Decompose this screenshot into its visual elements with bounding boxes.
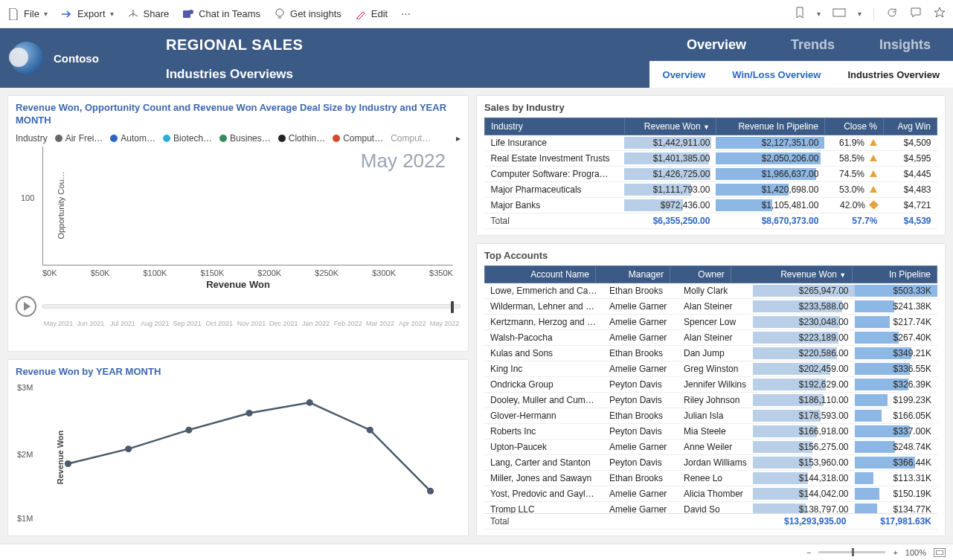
col-industry[interactable]: Industry — [485, 118, 625, 135]
legend-item[interactable]: Comput… — [391, 133, 431, 144]
chevron-down-icon: ▾ — [44, 10, 48, 18]
triangle-up-icon — [870, 186, 877, 193]
more-menu[interactable]: ⋯ — [401, 8, 411, 19]
table-row[interactable]: Major Pharmaceuticals $1,111,793.00 $1,4… — [485, 182, 937, 198]
timeline-slider[interactable] — [42, 304, 461, 309]
zoom-value: 100% — [905, 548, 926, 557]
table-row[interactable]: Kertzmann, Herzog and Gerhold Amelie Gar… — [484, 315, 937, 330]
sales-table: Industry Revenue Won ▼ Revenue In Pipeli… — [484, 118, 937, 229]
subtab-overview[interactable]: Overview — [649, 61, 719, 88]
accounts-total-row: Total $13,293,935.00 $17,981.63K — [484, 514, 937, 530]
legend-item[interactable]: Autom… — [110, 133, 155, 144]
line-chart[interactable]: Revenue Won $3M $2M $1M — [45, 383, 453, 532]
line-chart-title: Revenue Won by YEAR MONTH — [16, 366, 461, 379]
edit-label: Edit — [371, 8, 388, 19]
col-won[interactable]: Revenue Won ▼ — [624, 118, 716, 135]
sales-table-title: Sales by Industry — [484, 102, 937, 113]
scatter-plot[interactable]: Opportunity Cou… 100 May 2022 — [42, 147, 453, 265]
table-row[interactable]: Walsh-Pacocha Amelie Garner Alan Steiner… — [484, 330, 937, 346]
refresh-icon[interactable] — [886, 7, 898, 21]
insights-button[interactable]: Get insights — [274, 8, 341, 20]
tab-insights[interactable]: Insights — [857, 28, 953, 61]
subtab-industries[interactable]: Industries Overview — [834, 61, 953, 88]
tab-overview[interactable]: Overview — [664, 28, 769, 61]
table-row[interactable]: Dooley, Muller and Cummerata Peyton Davi… — [484, 393, 937, 408]
teams-button[interactable]: Chat in Teams — [182, 8, 260, 20]
table-row[interactable]: Yost, Predovic and Gaylord Amelie Garner… — [484, 486, 937, 502]
zoom-in-button[interactable]: + — [893, 548, 897, 557]
star-icon[interactable] — [934, 7, 946, 21]
col-pipe[interactable]: In Pipeline — [853, 266, 937, 283]
col-mgr[interactable]: Manager — [595, 266, 670, 283]
svg-point-6 — [185, 427, 192, 434]
table-row[interactable]: Major Banks $972,436.00 $1,105,481.00 42… — [485, 198, 937, 213]
scatter-watermark: May 2022 — [361, 149, 446, 173]
share-label: Share — [144, 8, 170, 19]
scatter-legend: Industry Air Frei… Autom… Biotech… Busin… — [16, 133, 461, 144]
chevron-down-icon[interactable]: ▾ — [858, 10, 861, 18]
col-name[interactable]: Account Name — [485, 266, 596, 283]
content: Revenue Won, Opportunity Count and Reven… — [0, 88, 953, 544]
bookmark-icon[interactable] — [795, 7, 805, 21]
table-row[interactable]: Lang, Carter and Stanton Peyton Davis Jo… — [484, 455, 937, 471]
page-title: REGIONAL SALES — [145, 36, 664, 54]
view-icon[interactable] — [832, 7, 846, 20]
table-row[interactable]: Miller, Jones and Sawayn Ethan Brooks Re… — [484, 471, 937, 486]
comment-icon[interactable] — [910, 7, 922, 21]
brand-logo — [10, 42, 43, 74]
table-row[interactable]: Roberts Inc Peyton Davis Mia Steele $166… — [484, 424, 937, 440]
insights-label: Get insights — [290, 8, 341, 19]
share-button[interactable]: Share — [127, 8, 170, 20]
table-row[interactable]: King Inc Amelie Garner Greg Winston $202… — [484, 361, 937, 377]
play-button[interactable] — [16, 296, 36, 317]
table-row[interactable]: Kulas and Sons Ethan Brooks Dan Jump $22… — [484, 346, 937, 361]
col-close[interactable]: Close % — [824, 118, 883, 135]
triangle-up-icon — [870, 170, 877, 177]
divider — [873, 7, 874, 21]
triangle-up-icon — [870, 139, 877, 146]
legend-label: Industry — [16, 133, 48, 144]
table-row[interactable]: Real Estate Investment Trusts $1,401,385… — [485, 151, 937, 167]
legend-next-icon[interactable]: ▸ — [456, 133, 461, 144]
table-row[interactable]: Wilderman, Lehner and Runte Amelie Garne… — [484, 299, 937, 315]
sort-down-icon: ▼ — [839, 271, 846, 279]
table-row[interactable]: Glover-Hermann Ethan Brooks Julian Isla … — [484, 408, 937, 424]
triangle-up-icon — [870, 155, 877, 161]
legend-item[interactable]: Comput… — [333, 133, 383, 144]
legend-item[interactable]: Busines… — [219, 133, 271, 144]
svg-point-7 — [246, 410, 252, 416]
chevron-down-icon[interactable]: ▾ — [817, 10, 821, 18]
file-icon — [7, 8, 19, 20]
slider-thumb[interactable] — [451, 301, 454, 313]
subtab-winloss[interactable]: Win/Loss Overview — [719, 61, 834, 88]
legend-item[interactable]: Biotech… — [163, 133, 212, 144]
table-row[interactable]: Upton-Paucek Amelie Garner Anne Weiler $… — [484, 440, 937, 455]
table-row[interactable]: Lowe, Emmerich and Casper Ethan Brooks M… — [484, 283, 937, 299]
teams-label: Chat in Teams — [199, 8, 260, 19]
table-row[interactable]: Life Insurance $1,442,911.00 $2,127,351.… — [485, 135, 937, 151]
legend-item[interactable]: Clothin… — [278, 133, 325, 144]
table-row[interactable]: Tromp LLC Amelie Garner David So $138,79… — [484, 502, 937, 514]
col-pipe[interactable]: Revenue In Pipeline — [716, 118, 824, 135]
col-own[interactable]: Owner — [670, 266, 731, 283]
line-chart-card: Revenue Won by YEAR MONTH Revenue Won $3… — [7, 359, 469, 536]
timeline-player — [16, 296, 461, 317]
sales-table-card: Sales by Industry Industry Revenue Won ▼… — [476, 95, 946, 236]
zoom-out-button[interactable]: − — [806, 548, 811, 557]
table-row[interactable]: Ondricka Group Peyton Davis Jennifer Wil… — [484, 377, 937, 393]
zoom-slider[interactable] — [818, 551, 885, 553]
col-avg[interactable]: Avg Win — [883, 118, 937, 135]
tab-trends[interactable]: Trends — [769, 28, 857, 61]
export-menu[interactable]: Export ▾ — [61, 8, 114, 20]
sort-down-icon: ▼ — [703, 123, 710, 131]
svg-point-9 — [367, 427, 373, 434]
svg-point-4 — [65, 460, 71, 467]
fit-to-page-icon[interactable] — [934, 548, 946, 557]
sales-total-row: Total $6,355,250.00 $8,670,373.00 57.7% … — [485, 213, 937, 229]
legend-item[interactable]: Air Frei… — [55, 133, 103, 144]
table-row[interactable]: Computer Software: Progra… $1,426,725.00… — [485, 167, 937, 182]
file-menu[interactable]: File ▾ — [7, 8, 48, 20]
export-label: Export — [77, 8, 106, 19]
col-won[interactable]: Revenue Won ▼ — [731, 266, 853, 283]
edit-button[interactable]: Edit — [355, 8, 388, 20]
